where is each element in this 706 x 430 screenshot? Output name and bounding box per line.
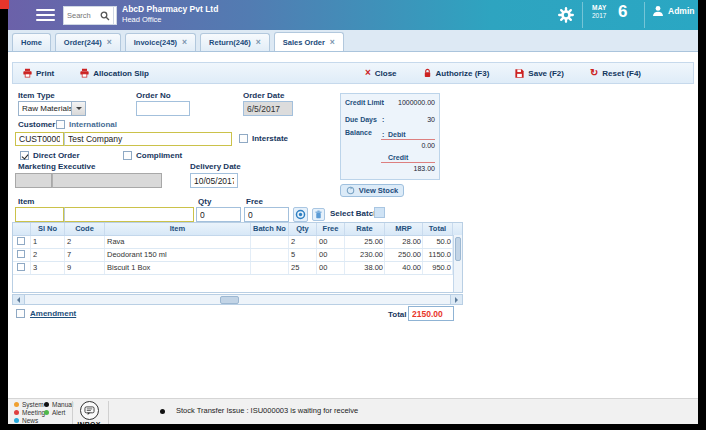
free-input[interactable]	[244, 207, 289, 222]
view-stock-button[interactable]: View Stock	[340, 184, 404, 197]
legend-dot	[44, 410, 49, 415]
scroll-left-button[interactable]	[13, 295, 25, 304]
credit-value: 183.00	[414, 165, 435, 172]
table-cell: 2	[289, 236, 317, 248]
allocation-slip-button[interactable]: Allocation Slip	[80, 68, 149, 78]
free-label: Free	[246, 197, 263, 206]
row-checkbox-cell	[13, 236, 31, 248]
app-window: AbcD Pharmacy Pvt Ltd Head Office MAY 20…	[8, 0, 698, 424]
table-cell: 1	[31, 236, 65, 248]
table-row[interactable]: 12Rava20025.0028.0050.0	[13, 236, 462, 249]
date-month: MAY	[592, 4, 607, 12]
item-type-select[interactable]: Raw Materials	[18, 101, 86, 116]
table-cell: 38.00	[345, 262, 385, 274]
table-cell: Rava	[105, 236, 251, 248]
select-arrow-button[interactable]	[71, 102, 85, 115]
menu-icon[interactable]	[36, 9, 55, 21]
tab-close-icon[interactable]: ×	[256, 39, 261, 46]
chevron-down-icon	[76, 107, 82, 110]
tab-label: Order(244)	[64, 38, 102, 47]
legend-item-news: News	[14, 417, 38, 424]
colon: :	[382, 131, 384, 138]
tab-label: Return(246)	[209, 38, 251, 47]
select-batch-checkbox[interactable]	[374, 207, 385, 218]
column-header-checkbox	[13, 223, 31, 235]
user-menu[interactable]: Admin	[652, 5, 698, 17]
row-checkbox[interactable]	[17, 250, 25, 258]
total-label: Total	[388, 310, 407, 319]
inbox-circle	[80, 401, 99, 420]
authorize-f3--button[interactable]: Authorize (F3)	[423, 68, 490, 78]
interstate-checkbox[interactable]	[239, 134, 248, 143]
inbox-button[interactable]: INBOX	[76, 401, 102, 424]
item-code-input[interactable]	[15, 207, 64, 222]
scrollbar-thumb[interactable]	[220, 296, 239, 304]
tab-sales-order[interactable]: Sales Order×	[274, 32, 344, 51]
statusbar-divider	[108, 401, 109, 424]
legend-item-meeting: Meeting	[14, 409, 45, 416]
table-cell: 230.00	[345, 249, 385, 261]
vertical-scrollbar[interactable]	[453, 235, 462, 292]
item-name-input[interactable]	[64, 207, 194, 222]
scrollbar-thumb[interactable]	[455, 237, 461, 261]
customer-code-input[interactable]	[15, 132, 64, 146]
row-checkbox[interactable]	[17, 263, 25, 271]
table-header-row: Sl NoCodeItemBatch NoQtyFreeRateMRPTotal	[13, 223, 462, 236]
table-row[interactable]: 27Deodorant 150 ml500230.00250.001150.0	[13, 249, 462, 262]
column-header: Total	[423, 223, 453, 235]
order-date-input	[243, 101, 293, 116]
horizontal-scrollbar[interactable]	[12, 294, 463, 305]
customer-name-input[interactable]	[64, 132, 232, 146]
user-name: Admin	[668, 6, 694, 16]
save-f2--button[interactable]: Save (F2)	[515, 69, 564, 78]
item-label: Item	[18, 197, 34, 206]
reset-f4--button[interactable]: ↻Reset (F4)	[590, 69, 641, 78]
credit-limit-label: Credit Limit	[345, 99, 384, 106]
toolbar-item-label: Close	[375, 69, 397, 78]
tab-close-icon[interactable]: ×	[182, 39, 187, 46]
compliment-label: Compliment	[136, 151, 182, 160]
row-checkbox[interactable]	[17, 237, 25, 245]
toolbar-item-label: Reset (F4)	[602, 69, 641, 78]
tab-close-icon[interactable]: ×	[330, 39, 335, 46]
close-button[interactable]: ×Close	[365, 69, 397, 78]
due-days-label: Due Days	[345, 116, 377, 123]
tab-order-244-[interactable]: Order(244)×	[55, 33, 121, 51]
tab-home[interactable]: Home	[12, 33, 51, 51]
table-cell	[251, 236, 289, 248]
tab-close-icon[interactable]: ×	[107, 39, 112, 46]
print-button[interactable]: Print	[23, 68, 54, 78]
direct-order-checkbox[interactable]	[20, 151, 29, 160]
amendment-checkbox[interactable]	[16, 309, 25, 318]
debit-underline	[381, 139, 435, 140]
date-display[interactable]: MAY 2017 6	[592, 4, 607, 20]
legend-label: Alert	[52, 409, 65, 416]
scroll-right-button[interactable]	[450, 295, 462, 304]
table-cell: 7	[65, 249, 105, 261]
colon: :	[382, 99, 384, 106]
table-row[interactable]: 39Biscuit 1 Box250038.0040.00950.0	[13, 262, 462, 275]
settings-button[interactable]	[558, 7, 574, 23]
column-header: Rate	[345, 223, 385, 235]
international-checkbox[interactable]	[56, 120, 65, 129]
tab-return-246-[interactable]: Return(246)×	[200, 33, 270, 51]
table-cell: 25	[289, 262, 317, 274]
date-day: 6	[618, 2, 627, 22]
table-cell: 3	[31, 262, 65, 274]
table-cell: 40.00	[385, 262, 423, 274]
status-message[interactable]: Stock Transfer Issue : ISU000003 is wait…	[176, 406, 358, 415]
select-batch-label: Select Batch	[330, 209, 378, 218]
credit-underline	[381, 162, 435, 163]
tab-invoice-245-[interactable]: Invoice(245)×	[125, 33, 196, 51]
close-icon: ×	[365, 69, 371, 77]
search-button[interactable]	[96, 6, 114, 25]
delivery-date-input[interactable]	[190, 173, 238, 188]
table-cell	[251, 249, 289, 261]
clear-item-button[interactable]	[312, 208, 325, 221]
table-cell	[251, 262, 289, 274]
compliment-checkbox[interactable]	[123, 151, 132, 160]
order-no-input[interactable]	[136, 101, 190, 116]
company-name: AbcD Pharmacy Pvt Ltd	[122, 4, 218, 15]
qty-input[interactable]	[196, 207, 241, 222]
add-item-button[interactable]	[293, 207, 308, 222]
